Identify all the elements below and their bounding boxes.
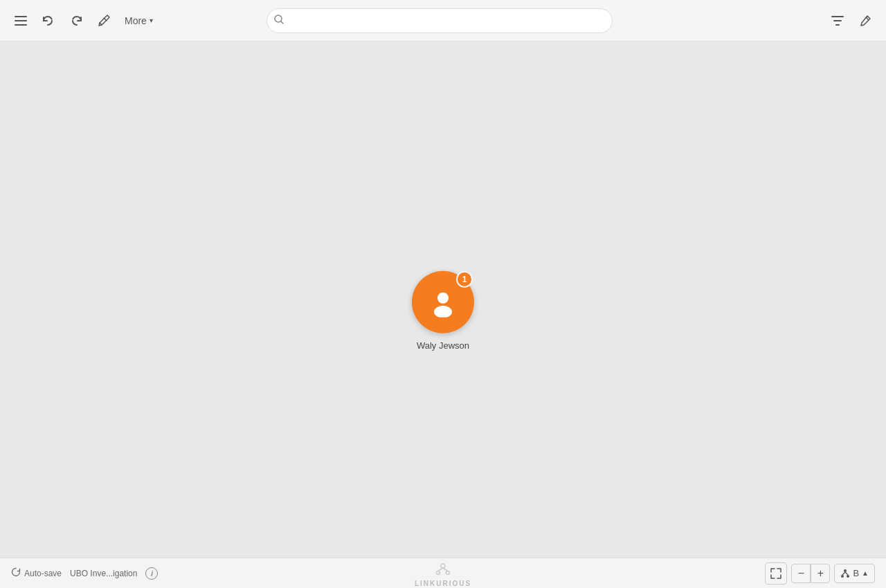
node-circle[interactable]: 1 xyxy=(412,271,474,333)
linkurious-logo-icon xyxy=(433,559,453,578)
zoom-out-button[interactable]: − xyxy=(791,564,811,583)
node-label: Waly Jewson xyxy=(417,340,469,351)
svg-point-5 xyxy=(434,306,452,318)
menu-button[interactable] xyxy=(8,8,33,33)
svg-line-9 xyxy=(438,568,443,571)
more-label: More xyxy=(125,15,147,26)
bottom-bar: Auto-save UBO Inve...igation i LINKURIOU… xyxy=(0,558,886,588)
svg-rect-0 xyxy=(15,16,27,17)
search-container xyxy=(266,8,613,33)
edit-icon xyxy=(859,15,871,27)
info-button[interactable]: i xyxy=(145,567,158,580)
layout-button[interactable]: B ▲ xyxy=(834,564,875,583)
autosave-icon xyxy=(11,567,21,579)
logo-text: LINKURIOUS xyxy=(415,580,471,587)
fullscreen-icon xyxy=(770,568,781,579)
svg-point-13 xyxy=(847,575,849,578)
investigation-name[interactable]: UBO Inve...igation xyxy=(70,569,137,578)
redo-icon xyxy=(69,15,83,27)
layout-icon xyxy=(840,569,850,578)
undo-button[interactable] xyxy=(36,8,61,33)
badge-count: 1 xyxy=(462,275,467,284)
svg-rect-2 xyxy=(15,24,27,26)
svg-line-14 xyxy=(842,572,845,575)
autosave-wrap: Auto-save xyxy=(11,567,62,579)
toolbar-right xyxy=(825,8,878,33)
search-input[interactable] xyxy=(266,8,613,33)
edit-button[interactable] xyxy=(853,8,878,33)
svg-rect-1 xyxy=(15,20,27,21)
fullscreen-button[interactable] xyxy=(765,562,787,585)
svg-line-15 xyxy=(845,572,848,575)
bottom-right: − + B ▲ xyxy=(765,562,875,585)
hamburger-icon xyxy=(15,16,27,26)
node-container: 1 Waly Jewson xyxy=(412,271,474,351)
node-badge: 1 xyxy=(456,271,473,288)
zoom-in-button[interactable]: + xyxy=(811,564,830,583)
svg-point-7 xyxy=(436,571,440,575)
logo-center: LINKURIOUS xyxy=(415,559,471,587)
chevron-down-icon: ▾ xyxy=(150,17,153,24)
person-icon xyxy=(428,287,458,318)
filter-button[interactable] xyxy=(825,8,850,33)
layout-label: B xyxy=(853,568,859,578)
svg-point-8 xyxy=(446,571,449,575)
redo-button[interactable] xyxy=(64,8,89,33)
filter-icon xyxy=(831,15,844,27)
svg-point-12 xyxy=(841,575,844,578)
pin-icon xyxy=(97,14,111,28)
more-button[interactable]: More ▾ xyxy=(119,11,159,30)
undo-icon xyxy=(42,15,55,27)
canvas[interactable]: 1 Waly Jewson xyxy=(0,42,886,588)
pin-button[interactable] xyxy=(91,8,116,33)
layout-chevron-icon: ▲ xyxy=(862,569,869,577)
toolbar: More ▾ xyxy=(0,0,886,42)
zoom-controls: − + xyxy=(791,564,830,583)
svg-point-6 xyxy=(441,564,445,568)
svg-point-11 xyxy=(844,569,847,572)
svg-line-10 xyxy=(443,568,448,571)
autosave-label: Auto-save xyxy=(24,569,62,578)
svg-point-4 xyxy=(437,293,449,304)
bottom-left: Auto-save UBO Inve...igation i xyxy=(11,567,158,580)
